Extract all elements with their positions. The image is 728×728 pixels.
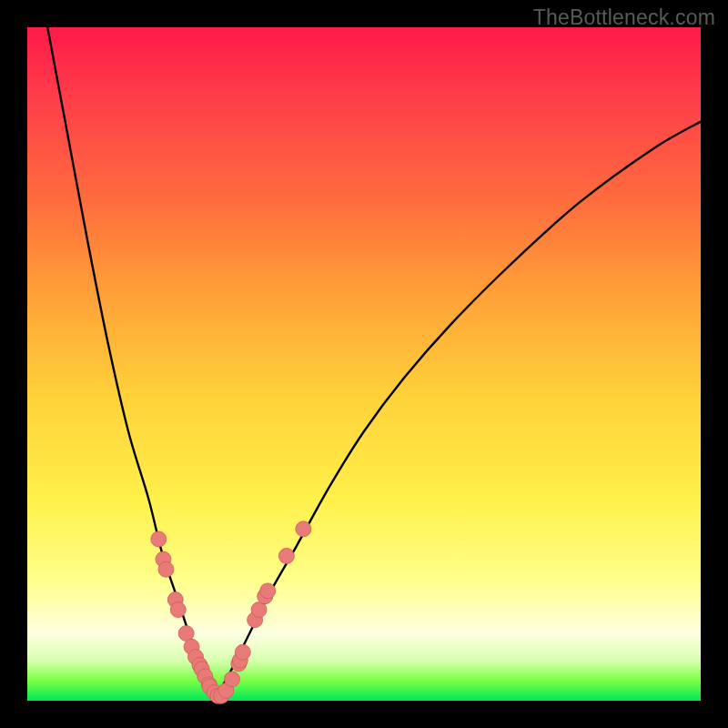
marker-point <box>158 561 174 577</box>
highlight-markers <box>151 521 311 704</box>
left-curve <box>47 27 216 697</box>
marker-point <box>224 672 239 687</box>
marker-point <box>235 644 250 660</box>
right-curve <box>216 122 701 698</box>
chart-svg <box>27 27 701 701</box>
chart-plot-area <box>27 27 701 701</box>
marker-point <box>260 583 276 599</box>
marker-point <box>170 602 186 618</box>
marker-point <box>151 531 167 547</box>
marker-point <box>296 521 311 537</box>
watermark-text: TheBottleneck.com <box>533 5 715 30</box>
marker-point <box>278 548 294 563</box>
